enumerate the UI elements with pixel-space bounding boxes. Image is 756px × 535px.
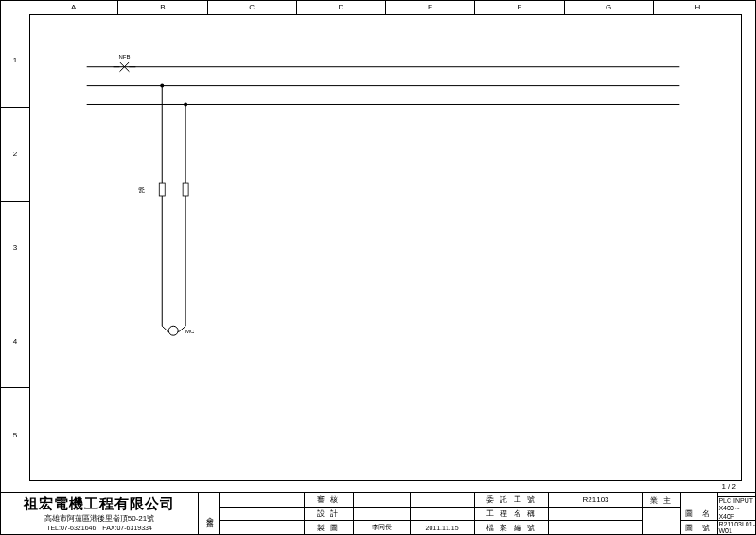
date-cell <box>411 508 475 521</box>
seal-box <box>220 493 305 534</box>
col-label: E <box>385 1 474 14</box>
svg-point-9 <box>160 84 164 88</box>
col-label: F <box>474 1 563 14</box>
role-label: 設 計 <box>305 508 354 521</box>
fuse-icon: 瓷 <box>138 183 188 196</box>
company-name: 祖宏電機工程有限公司 <box>24 495 175 513</box>
sheet-name: PLC INPUT X400～X40F <box>718 497 755 521</box>
svg-rect-11 <box>159 183 165 196</box>
svg-rect-12 <box>183 183 188 196</box>
signature-grid: 審 核 委 託 工 號 設 計 工 程 名 稱 製 圖 李同長 2011.11.… <box>305 493 550 534</box>
person-cell <box>354 493 411 507</box>
col-label: A <box>29 1 117 14</box>
row-label: 5 <box>1 387 29 481</box>
col-label: B <box>117 1 206 14</box>
date-cell <box>411 493 475 507</box>
owner-label-col: 業 主 <box>643 493 681 534</box>
title-block: 祖宏電機工程有限公司 高雄市阿蓮區港後里崙頂50-21號 TEL:07-6321… <box>1 492 755 534</box>
row-label: 2 <box>1 107 29 201</box>
col-label: C <box>207 1 296 14</box>
row-label: 4 <box>1 294 29 387</box>
fuse-label: 瓷 <box>138 187 145 193</box>
project-col: R21103 <box>549 493 643 534</box>
field-label: 檔 案 編 號 <box>475 521 549 534</box>
drawing-no-label: 圖 號 <box>681 521 718 534</box>
company-cell: 祖宏電機工程有限公司 高雄市阿蓮區港後里崙頂50-21號 TEL:07-6321… <box>1 493 199 534</box>
output-label: MC <box>185 329 195 334</box>
page-number: 1 / 2 <box>721 482 736 490</box>
seal-label: 會簽 <box>199 493 220 534</box>
role-label: 製 圖 <box>305 521 354 534</box>
col-label: G <box>564 1 653 14</box>
row-label: 1 <box>1 14 29 107</box>
person-cell <box>354 508 411 521</box>
owner-label: 業 主 <box>643 493 680 508</box>
drawing-sheet: A B C D E F G H 1 2 3 4 5 NFB <box>0 0 756 535</box>
project-no: R21103 <box>549 493 642 508</box>
person-cell: 李同長 <box>354 521 411 534</box>
role-label: 審 核 <box>305 493 354 507</box>
column-ruler: A B C D E F G H <box>29 1 742 14</box>
col-label: D <box>296 1 385 14</box>
company-phone: TEL:07-6321646 FAX:07-6319334 <box>46 524 152 533</box>
row-label: 3 <box>1 201 29 294</box>
sheet-label-col: 圖 名 圖 號 <box>681 493 719 534</box>
date-cell: 2011.11.15 <box>411 521 475 534</box>
breaker-icon: NFB <box>114 54 136 72</box>
drawing-no: R21103L01-W01 <box>718 521 755 534</box>
company-address: 高雄市阿蓮區港後里崙頂50-21號 <box>44 513 154 524</box>
schematic-svg: NFB 瓷 MC <box>30 15 741 481</box>
field-label: 工 程 名 稱 <box>475 508 549 521</box>
sheet-value-col: PLC INPUT X400～X40F R21103L01-W01 <box>718 493 755 534</box>
breaker-label: NFB <box>119 54 131 60</box>
drawing-area: NFB 瓷 MC <box>29 14 742 481</box>
sheet-name-label: 圖 名 <box>681 507 718 521</box>
svg-point-10 <box>184 103 187 107</box>
row-ruler: 1 2 3 4 5 <box>1 14 29 481</box>
col-label: H <box>653 1 742 14</box>
coil-icon <box>168 326 178 335</box>
field-label: 委 託 工 號 <box>475 493 549 507</box>
